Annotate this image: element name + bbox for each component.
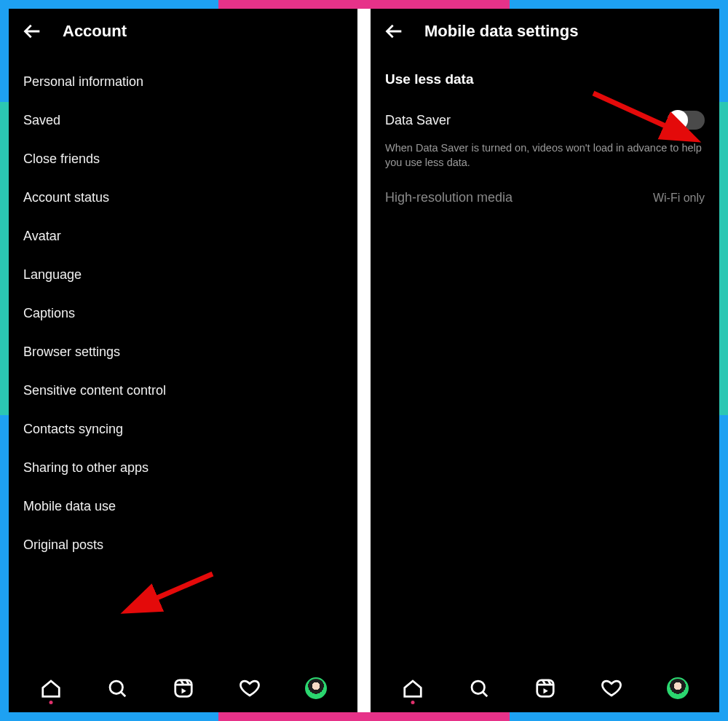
data-saver-toggle[interactable] (668, 111, 705, 130)
avatar-icon (305, 677, 327, 699)
menu-item-personal-information[interactable]: Personal information (23, 63, 343, 101)
data-saver-description: When Data Saver is turned on, videos won… (385, 140, 705, 180)
search-icon (468, 677, 490, 699)
svg-point-4 (472, 681, 485, 694)
menu-item-original-posts[interactable]: Original posts (23, 526, 343, 564)
nav-search[interactable] (466, 675, 492, 701)
data-saver-label: Data Saver (385, 113, 451, 128)
menu-item-captions[interactable]: Captions (23, 294, 343, 333)
menu-item-saved[interactable]: Saved (23, 101, 343, 140)
account-header: Account (9, 9, 357, 51)
reels-icon (173, 677, 194, 699)
menu-item-contacts-syncing[interactable]: Contacts syncing (23, 410, 343, 449)
nav-activity[interactable] (598, 675, 625, 701)
nav-activity[interactable] (237, 675, 263, 701)
mobile-data-header: Mobile data settings (371, 9, 719, 51)
svg-rect-5 (537, 680, 553, 697)
menu-item-language[interactable]: Language (23, 256, 343, 294)
menu-item-sensitive-content-control[interactable]: Sensitive content control (23, 371, 343, 410)
notification-dot (411, 701, 414, 704)
page-title: Account (63, 22, 127, 41)
menu-item-mobile-data-use[interactable]: Mobile data use (23, 487, 343, 526)
heart-icon (601, 677, 622, 699)
menu-item-avatar[interactable]: Avatar (23, 217, 343, 256)
menu-item-account-status[interactable]: Account status (23, 178, 343, 217)
svg-rect-2 (175, 680, 191, 697)
mobile-data-settings-screen: Mobile data settings Use less data Data … (371, 9, 719, 712)
high-resolution-media-row[interactable]: High-resolution media Wi-Fi only (385, 180, 705, 216)
nav-reels[interactable] (170, 675, 197, 701)
page-title: Mobile data settings (424, 22, 578, 41)
account-menu: Personal informationSavedClose friendsAc… (9, 51, 357, 669)
high-resolution-media-value: Wi-Fi only (653, 192, 705, 205)
search-icon (106, 677, 128, 699)
bottom-nav (371, 669, 719, 712)
high-resolution-media-label: High-resolution media (385, 190, 513, 205)
nav-home[interactable] (38, 675, 64, 701)
bottom-nav (9, 669, 357, 712)
avatar-icon (667, 677, 689, 699)
menu-item-close-friends[interactable]: Close friends (23, 140, 343, 178)
nav-profile[interactable] (665, 675, 691, 701)
notification-dot (49, 701, 52, 704)
toggle-knob (668, 110, 688, 130)
back-button[interactable] (20, 19, 45, 44)
back-button[interactable] (382, 19, 407, 44)
section-title: Use less data (385, 63, 705, 101)
menu-item-browser-settings[interactable]: Browser settings (23, 333, 343, 371)
nav-reels[interactable] (532, 675, 558, 701)
menu-item-sharing-to-other-apps[interactable]: Sharing to other apps (23, 449, 343, 487)
mobile-data-content: Use less data Data Saver When Data Saver… (371, 51, 719, 669)
home-icon (402, 677, 424, 699)
reels-icon (534, 677, 556, 699)
svg-point-1 (110, 681, 123, 694)
account-screen: Account Personal informationSavedClose f… (9, 9, 357, 712)
nav-search[interactable] (104, 675, 130, 701)
nav-profile[interactable] (303, 675, 329, 701)
heart-icon (239, 677, 261, 699)
home-icon (40, 677, 62, 699)
data-saver-row: Data Saver (385, 101, 705, 140)
arrow-left-icon (23, 21, 43, 42)
arrow-left-icon (384, 21, 405, 42)
nav-home[interactable] (400, 675, 426, 701)
